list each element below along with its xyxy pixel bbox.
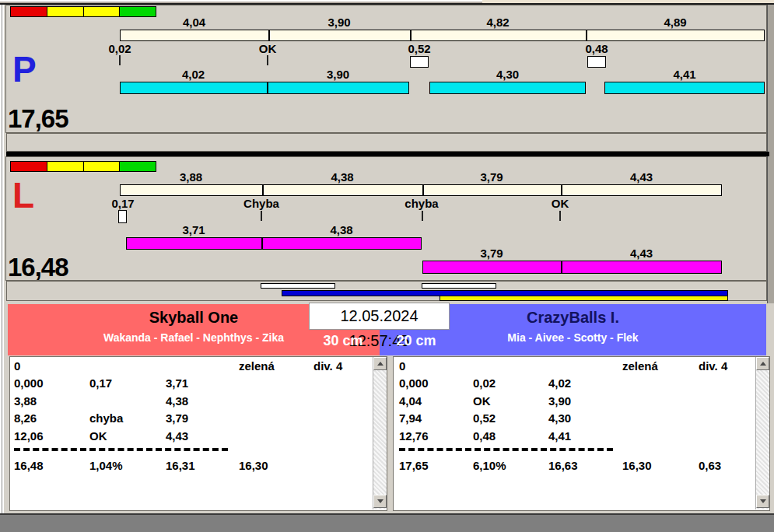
cell: div. 4: [313, 359, 369, 374]
cell: 0,52: [473, 411, 548, 426]
cell: 1,04%: [89, 458, 166, 474]
p-crossing-label: 0,48: [572, 43, 622, 55]
cell: [313, 376, 369, 391]
cell: 0,48: [473, 429, 548, 444]
scroll-down-button[interactable]: [756, 495, 769, 508]
cell: 7,94: [399, 411, 473, 426]
cell: 3,71: [166, 376, 239, 391]
cell: 4,38: [166, 394, 239, 409]
l-crossing-tick: [261, 211, 262, 221]
cell: [313, 458, 369, 474]
lane-p-substrip: [6, 133, 767, 152]
table-row: 0,0000,173,71: [14, 376, 369, 391]
lane-l-letter: L: [12, 177, 34, 213]
cell: [239, 376, 313, 391]
cell: 0,63: [699, 458, 755, 474]
l-split-time: 3,88: [120, 171, 262, 184]
p-run-time: 4,30: [429, 68, 586, 81]
p-crossing-label: 0,02: [95, 43, 145, 55]
table-row: 3,884,38: [14, 394, 369, 409]
table-row: 0zelenádiv. 4: [399, 359, 755, 374]
p-run-time: 4,02: [120, 68, 267, 81]
table-totals-row: 17,656,10%16,6316,300,63: [399, 458, 755, 474]
p-run-divider: [267, 82, 268, 94]
cell: 4,43: [166, 429, 239, 444]
status-square-yellow-2: [83, 161, 120, 172]
cell: zelená: [622, 359, 699, 374]
cell: [473, 359, 548, 374]
arrow-down-icon: [377, 499, 383, 503]
l-run-time: 4,38: [261, 224, 422, 236]
left-table-scrollbar[interactable]: [373, 357, 387, 509]
scroll-up-button[interactable]: [373, 357, 387, 370]
cell: 16,30: [622, 458, 699, 474]
cell: [699, 429, 755, 444]
cell: [313, 411, 369, 426]
l-split-time: 3,79: [422, 171, 561, 184]
right-jump-height-badge: 20 cm: [380, 333, 452, 349]
l-crossing-label: Chyba: [236, 198, 286, 210]
p-run-bar: [120, 82, 409, 94]
cell: 4,04: [399, 394, 473, 409]
cell: 17,65: [399, 458, 473, 474]
l-run-time: 4,43: [561, 247, 722, 260]
cell: 0,000: [399, 376, 473, 391]
l-crossing-label: chyba: [397, 198, 447, 210]
left-jump-height-badge: 30 cm: [307, 333, 379, 349]
lane-l-total: 16,48: [8, 254, 68, 280]
p-split-time: 4,89: [586, 16, 765, 29]
status-square-green: [119, 161, 156, 172]
cell: 8,26: [14, 411, 89, 426]
p-crossing-tick: [119, 55, 121, 65]
arrow-up-icon: [760, 362, 766, 366]
l-crossing-tick: [422, 211, 423, 221]
cell: [622, 394, 699, 409]
p-crossing-label: OK: [243, 43, 292, 55]
l-split-bar: [120, 184, 722, 196]
cell: 16,48: [14, 458, 89, 474]
p-crossing-label: 0,52: [394, 43, 444, 55]
cell: 0: [14, 359, 89, 374]
right-table-scrollbar[interactable]: [755, 357, 769, 509]
status-square-yellow-1: [47, 6, 84, 17]
p-run-bar: [429, 82, 586, 94]
cell: chyba: [89, 411, 166, 426]
p-split-divider: [586, 30, 587, 41]
l-split-divider: [422, 184, 424, 196]
cell: 12,06: [14, 429, 89, 444]
l-run-bar-2: [422, 261, 722, 274]
lane-p-letter: P: [12, 51, 37, 87]
cell: 4,41: [548, 429, 622, 444]
lane-p-total: 17,65: [8, 106, 68, 131]
l-crossing-label: 0,17: [98, 198, 148, 210]
table-row: 12,06OK4,43: [14, 429, 369, 444]
scroll-down-button[interactable]: [373, 495, 387, 508]
cell: 16,63: [548, 458, 622, 474]
status-square-red: [10, 161, 47, 172]
scroll-up-button[interactable]: [756, 357, 769, 370]
cell: 0,000: [14, 376, 89, 391]
cell: 4,02: [548, 376, 622, 391]
cell: 3,88: [14, 394, 89, 409]
arrow-up-icon: [377, 362, 383, 366]
cell: OK: [473, 394, 548, 409]
p-crossing-tick: [267, 55, 268, 65]
l-run-time: 3,71: [126, 224, 261, 236]
cell: 0,02: [473, 376, 548, 391]
table-row: 7,940,524,30: [399, 411, 755, 426]
l-run-divider: [561, 261, 562, 274]
cell: [313, 429, 369, 444]
p-crossing-gap-box: [410, 56, 429, 68]
table-row: 8,26chyba3,79: [14, 411, 369, 426]
l-crossing-tick: [559, 211, 561, 221]
status-square-red: [10, 6, 47, 17]
l-split-divider: [561, 184, 562, 196]
cell: [699, 394, 755, 409]
cell: [313, 394, 369, 409]
table-separator-line: [399, 448, 613, 451]
status-square-yellow-2: [83, 6, 120, 17]
table-row: 4,04OK3,90: [399, 394, 755, 409]
p-run-bar: [604, 82, 765, 94]
status-square-green: [119, 6, 156, 17]
p-split-divider: [268, 30, 270, 41]
